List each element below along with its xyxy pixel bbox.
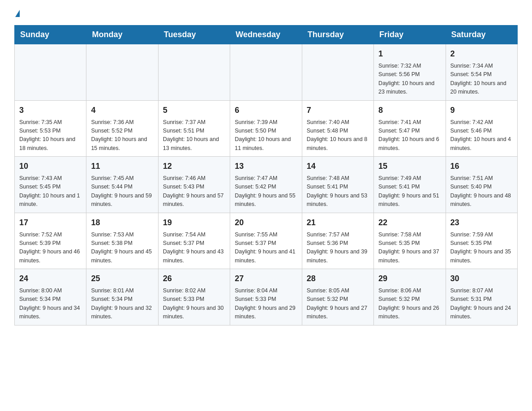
calendar-day-5: 5Sunrise: 7:37 AM Sunset: 5:51 PM Daylig… — [158, 100, 230, 157]
day-info: Sunrise: 7:59 AM Sunset: 5:35 PM Dayligh… — [450, 231, 513, 265]
calendar-day-19: 19Sunrise: 7:54 AM Sunset: 5:37 PM Dayli… — [158, 213, 230, 269]
day-number: 8 — [378, 104, 441, 116]
day-number: 14 — [307, 160, 369, 172]
day-number: 12 — [163, 160, 225, 172]
calendar-day-28: 28Sunrise: 8:05 AM Sunset: 5:32 PM Dayli… — [302, 269, 373, 325]
day-info: Sunrise: 7:34 AM Sunset: 5:54 PM Dayligh… — [450, 62, 513, 97]
day-number: 28 — [307, 273, 369, 285]
day-info: Sunrise: 7:58 AM Sunset: 5:35 PM Dayligh… — [378, 231, 441, 265]
day-number: 19 — [163, 217, 225, 229]
day-number: 13 — [235, 160, 297, 172]
day-number: 30 — [450, 273, 513, 285]
day-info: Sunrise: 7:52 AM Sunset: 5:39 PM Dayligh… — [19, 231, 82, 265]
logo-triangle-icon — [15, 10, 20, 17]
calendar-day-23: 23Sunrise: 7:59 AM Sunset: 5:35 PM Dayli… — [446, 213, 517, 269]
calendar-day-24: 24Sunrise: 8:00 AM Sunset: 5:34 PM Dayli… — [15, 269, 86, 325]
day-info: Sunrise: 8:06 AM Sunset: 5:32 PM Dayligh… — [378, 287, 441, 321]
logo — [14, 11, 20, 18]
day-info: Sunrise: 7:53 AM Sunset: 5:38 PM Dayligh… — [91, 231, 153, 265]
weekday-header-friday: Friday — [374, 26, 446, 44]
day-number: 4 — [91, 104, 153, 116]
day-number: 27 — [235, 273, 297, 285]
day-info: Sunrise: 7:35 AM Sunset: 5:53 PM Dayligh… — [19, 118, 82, 153]
day-info: Sunrise: 7:41 AM Sunset: 5:47 PM Dayligh… — [378, 118, 441, 153]
day-number: 3 — [19, 104, 82, 116]
day-info: Sunrise: 8:02 AM Sunset: 5:33 PM Dayligh… — [163, 287, 225, 321]
day-info: Sunrise: 7:43 AM Sunset: 5:45 PM Dayligh… — [19, 174, 82, 209]
weekday-header-tuesday: Tuesday — [158, 26, 230, 44]
calendar-day-12: 12Sunrise: 7:46 AM Sunset: 5:43 PM Dayli… — [158, 157, 230, 213]
day-info: Sunrise: 8:07 AM Sunset: 5:31 PM Dayligh… — [450, 287, 513, 321]
day-info: Sunrise: 7:57 AM Sunset: 5:36 PM Dayligh… — [307, 231, 369, 265]
day-number: 23 — [450, 217, 513, 229]
calendar-day-1: 1Sunrise: 7:32 AM Sunset: 5:56 PM Daylig… — [374, 44, 446, 101]
day-number: 22 — [378, 217, 441, 229]
calendar-day-empty — [15, 44, 86, 101]
day-info: Sunrise: 7:55 AM Sunset: 5:37 PM Dayligh… — [235, 231, 297, 265]
day-number: 18 — [91, 217, 153, 229]
calendar-day-9: 9Sunrise: 7:42 AM Sunset: 5:46 PM Daylig… — [446, 100, 517, 157]
day-number: 20 — [235, 217, 297, 229]
day-info: Sunrise: 7:36 AM Sunset: 5:52 PM Dayligh… — [91, 118, 153, 153]
calendar-day-22: 22Sunrise: 7:58 AM Sunset: 5:35 PM Dayli… — [374, 213, 446, 269]
day-info: Sunrise: 7:37 AM Sunset: 5:51 PM Dayligh… — [163, 118, 225, 153]
weekday-header-row: SundayMondayTuesdayWednesdayThursdayFrid… — [15, 26, 518, 44]
day-number: 29 — [378, 273, 441, 285]
calendar-day-30: 30Sunrise: 8:07 AM Sunset: 5:31 PM Dayli… — [446, 269, 517, 325]
day-info: Sunrise: 7:40 AM Sunset: 5:48 PM Dayligh… — [307, 118, 369, 153]
calendar-week-row: 10Sunrise: 7:43 AM Sunset: 5:45 PM Dayli… — [15, 157, 518, 213]
day-info: Sunrise: 7:46 AM Sunset: 5:43 PM Dayligh… — [163, 174, 225, 209]
calendar-week-row: 17Sunrise: 7:52 AM Sunset: 5:39 PM Dayli… — [15, 213, 518, 269]
calendar-day-16: 16Sunrise: 7:51 AM Sunset: 5:40 PM Dayli… — [446, 157, 517, 213]
day-info: Sunrise: 8:01 AM Sunset: 5:34 PM Dayligh… — [91, 287, 153, 321]
calendar-day-25: 25Sunrise: 8:01 AM Sunset: 5:34 PM Dayli… — [86, 269, 158, 325]
calendar-day-21: 21Sunrise: 7:57 AM Sunset: 5:36 PM Dayli… — [302, 213, 373, 269]
day-info: Sunrise: 7:51 AM Sunset: 5:40 PM Dayligh… — [450, 174, 513, 209]
day-number: 17 — [19, 217, 82, 229]
calendar-day-empty — [302, 44, 373, 101]
calendar-day-14: 14Sunrise: 7:48 AM Sunset: 5:41 PM Dayli… — [302, 157, 373, 213]
calendar-day-3: 3Sunrise: 7:35 AM Sunset: 5:53 PM Daylig… — [15, 100, 86, 157]
weekday-header-sunday: Sunday — [15, 26, 86, 44]
calendar-day-6: 6Sunrise: 7:39 AM Sunset: 5:50 PM Daylig… — [230, 100, 302, 157]
calendar-week-row: 24Sunrise: 8:00 AM Sunset: 5:34 PM Dayli… — [15, 269, 518, 325]
day-number: 24 — [19, 273, 82, 285]
day-info: Sunrise: 7:54 AM Sunset: 5:37 PM Dayligh… — [163, 231, 225, 265]
calendar-day-20: 20Sunrise: 7:55 AM Sunset: 5:37 PM Dayli… — [230, 213, 302, 269]
calendar-day-15: 15Sunrise: 7:49 AM Sunset: 5:41 PM Dayli… — [374, 157, 446, 213]
day-number: 1 — [378, 48, 441, 60]
weekday-header-thursday: Thursday — [302, 26, 373, 44]
weekday-header-wednesday: Wednesday — [230, 26, 302, 44]
calendar-day-7: 7Sunrise: 7:40 AM Sunset: 5:48 PM Daylig… — [302, 100, 373, 157]
day-info: Sunrise: 7:45 AM Sunset: 5:44 PM Dayligh… — [91, 174, 153, 209]
page-header — [14, 11, 518, 18]
calendar-day-18: 18Sunrise: 7:53 AM Sunset: 5:38 PM Dayli… — [86, 213, 158, 269]
day-info: Sunrise: 8:04 AM Sunset: 5:33 PM Dayligh… — [235, 287, 297, 321]
calendar-week-row: 1Sunrise: 7:32 AM Sunset: 5:56 PM Daylig… — [15, 44, 518, 101]
day-number: 25 — [91, 273, 153, 285]
calendar-day-13: 13Sunrise: 7:47 AM Sunset: 5:42 PM Dayli… — [230, 157, 302, 213]
calendar-day-8: 8Sunrise: 7:41 AM Sunset: 5:47 PM Daylig… — [374, 100, 446, 157]
day-info: Sunrise: 7:32 AM Sunset: 5:56 PM Dayligh… — [378, 62, 441, 97]
calendar-day-empty — [158, 44, 230, 101]
day-number: 10 — [19, 160, 82, 172]
calendar-day-2: 2Sunrise: 7:34 AM Sunset: 5:54 PM Daylig… — [446, 44, 517, 101]
calendar-day-17: 17Sunrise: 7:52 AM Sunset: 5:39 PM Dayli… — [15, 213, 86, 269]
calendar-day-empty — [230, 44, 302, 101]
day-number: 11 — [91, 160, 153, 172]
day-number: 21 — [307, 217, 369, 229]
calendar-day-11: 11Sunrise: 7:45 AM Sunset: 5:44 PM Dayli… — [86, 157, 158, 213]
calendar-day-26: 26Sunrise: 8:02 AM Sunset: 5:33 PM Dayli… — [158, 269, 230, 325]
day-number: 15 — [378, 160, 441, 172]
day-info: Sunrise: 8:05 AM Sunset: 5:32 PM Dayligh… — [307, 287, 369, 321]
day-info: Sunrise: 7:49 AM Sunset: 5:41 PM Dayligh… — [378, 174, 441, 209]
day-info: Sunrise: 7:47 AM Sunset: 5:42 PM Dayligh… — [235, 174, 297, 209]
day-number: 9 — [450, 104, 513, 116]
day-number: 26 — [163, 273, 225, 285]
day-number: 7 — [307, 104, 369, 116]
calendar-day-4: 4Sunrise: 7:36 AM Sunset: 5:52 PM Daylig… — [86, 100, 158, 157]
calendar-day-29: 29Sunrise: 8:06 AM Sunset: 5:32 PM Dayli… — [374, 269, 446, 325]
calendar-day-10: 10Sunrise: 7:43 AM Sunset: 5:45 PM Dayli… — [15, 157, 86, 213]
day-info: Sunrise: 7:39 AM Sunset: 5:50 PM Dayligh… — [235, 118, 297, 153]
day-number: 5 — [163, 104, 225, 116]
